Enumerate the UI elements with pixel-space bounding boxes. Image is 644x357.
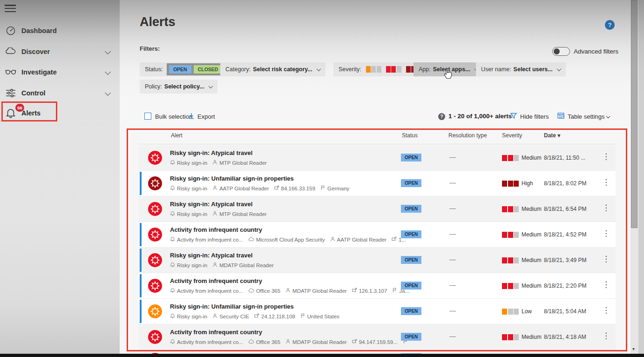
column-header-resolution-type[interactable]: Resolution type [448,132,487,139]
status-open-button[interactable]: OPEN [169,65,191,74]
sidebar-item-label: Control [21,89,46,97]
column-header-status[interactable]: Status [402,132,418,139]
filter-app-dropdown[interactable]: App: Select apps... [414,62,483,76]
category-filter-value: Select risk category... [253,66,312,73]
severity-blocks [502,232,519,238]
sidebar-item-investigate[interactable]: Investigate [0,66,120,80]
column-header-alert[interactable]: Alert [171,132,183,139]
filter-user-dropdown[interactable]: User name: Select users... [476,62,566,76]
alert-sub-text: MDATP Global Reader [292,288,347,294]
chevron-down-icon [556,67,561,71]
row-menu-icon[interactable]: ⋮ [602,177,610,187]
alert-sub-text: Activity from infrequent co... [177,237,243,242]
alert-sub-text: MTP Global Reader [219,160,266,166]
table-row[interactable]: Risky sign-in: Atypical travelRisky sign… [139,248,616,273]
sort-desc-icon: ▾ [557,132,560,139]
row-menu-icon[interactable]: ⋮ [602,280,610,289]
severity-medium-button[interactable] [386,66,401,73]
row-menu-icon[interactable]: ⋮ [602,254,610,263]
alert-sub-item: 24.12.118.108 [254,313,295,319]
alert-severity-icon [148,176,162,190]
alert-sub-item: AATP Global Reader [212,185,269,191]
sidebar-item-alerts[interactable]: 56 Alerts [0,107,120,121]
alert-title[interactable]: Risky sign-in: Atypical travel [170,149,252,156]
severity-filter-label: Severity: [339,66,361,73]
hide-filters-button[interactable]: Hide filters [520,113,549,120]
column-header-severity[interactable]: Severity [502,132,522,139]
resolution-type-value: — [449,281,456,289]
sidebar-item-discover[interactable]: Discover [0,45,120,59]
sidebar-item-dashboard[interactable]: Dashboard [0,24,120,38]
table-row[interactable]: Risky sign-in: Unfamiliar sign-in proper… [139,171,616,196]
column-header-date[interactable]: Date ▾ [544,132,560,139]
user-filter-label: User name: [481,66,511,73]
hamburger-menu-icon[interactable] [5,5,16,13]
status-filter-label: Status: [145,66,163,73]
status-closed-button[interactable]: CLOSED [194,65,223,74]
severity-label: Medium [522,231,542,238]
table-row[interactable]: Activity from infrequent countryActivity… [139,324,616,350]
alert-date: 8/18/21, 5:04 AM [544,308,586,315]
chevron-down-icon[interactable] [105,69,111,75]
help-icon[interactable]: ? [605,20,615,30]
chevron-down-icon[interactable] [105,48,111,54]
table-row[interactable]: Activity from infrequent countryActivity… [139,222,616,248]
advanced-filters-label: Advanced filters [574,48,618,55]
resolution-type-value: — [449,332,456,340]
table-row[interactable]: Risky sign-in: Atypical travelRisky sign… [139,196,616,222]
cloud-icon [5,47,16,59]
alert-title[interactable]: Activity from infrequent country [170,226,262,233]
info-icon: ? [438,113,445,120]
row-menu-icon[interactable]: ⋮ [602,203,610,212]
alert-sub-text: AATP Global Reader [219,186,269,191]
bulk-selection-label[interactable]: Bulk selection [155,113,192,120]
alert-subline: Risky sign-inAATP Global Reader84.166.33… [170,185,349,191]
alert-date: 8/18/21, 3:49 PM [544,257,586,263]
scrollbar-thumb[interactable] [631,0,637,228]
alert-title[interactable]: Risky sign-in: Unfamiliar sign-in proper… [170,175,294,182]
row-menu-icon[interactable]: ⋮ [602,229,610,238]
table-row[interactable]: Activity from infrequent countryActivity… [139,273,616,299]
unread-indicator-bar [140,274,142,297]
severity-low-button[interactable] [366,66,381,73]
table-settings-button[interactable]: Table settings [568,113,605,120]
status-badge: OPEN [401,256,421,264]
alert-title[interactable]: Activity from infrequent country [170,277,262,284]
row-menu-icon[interactable]: ⋮ [602,331,610,340]
alert-title[interactable]: Risky sign-in: Atypical travel [170,201,252,208]
alert-title[interactable]: Risky sign-in: Atypical travel [170,252,252,259]
status-segment: OPEN CLOSED [167,63,225,75]
alert-severity-icon [148,330,162,344]
alert-sub-item: MDATP Global Reader [285,339,347,345]
table-row[interactable]: Risky sign-in: Unfamiliar sign-in proper… [139,299,616,324]
alert-subline: Risky sign-inMDATP Global Reader [170,262,274,268]
alert-sub-item: MTP Global Reader [212,160,266,166]
chevron-down-icon [208,84,213,88]
row-menu-icon[interactable]: ⋮ [602,305,610,315]
alert-sub-item: AATP Global Reader [330,236,386,242]
chevron-down-icon [316,67,321,71]
ip-icon [392,236,397,242]
table-row[interactable]: Risky sign-in: Atypical travelRisky sign… [139,145,616,171]
alert-title[interactable]: Activity from infrequent country [170,329,262,336]
alert-title[interactable]: Risky sign-in: Unfamiliar sign-in proper… [170,303,294,310]
user-filter-value: Select users... [514,66,553,73]
alert-sub-text: MDATP Global Reader [219,263,274,268]
flag-icon [300,313,305,319]
advanced-filters-toggle[interactable] [552,47,570,56]
sidebar-item-control[interactable]: Control [0,87,120,101]
bulk-selection-checkbox[interactable] [144,113,151,120]
filter-policy-dropdown[interactable]: Policy: Select policy... [140,80,217,94]
cloud-icon [248,339,254,345]
chevron-down-icon[interactable] [105,90,111,96]
row-menu-icon[interactable]: ⋮ [602,152,610,161]
app-filter-label: App: [419,66,431,73]
alert-rows: Risky sign-in: Atypical travelRisky sign… [139,145,616,350]
export-button[interactable]: Export [197,113,215,120]
filter-category-dropdown[interactable]: Category: Select risk category... [220,62,325,76]
severity-blocks [502,206,519,212]
sidebar-item-label: Alerts [21,109,41,117]
scrollbar-down-arrow[interactable]: ▾ [632,346,635,351]
person-icon [212,313,217,319]
cloud-icon [248,237,254,242]
